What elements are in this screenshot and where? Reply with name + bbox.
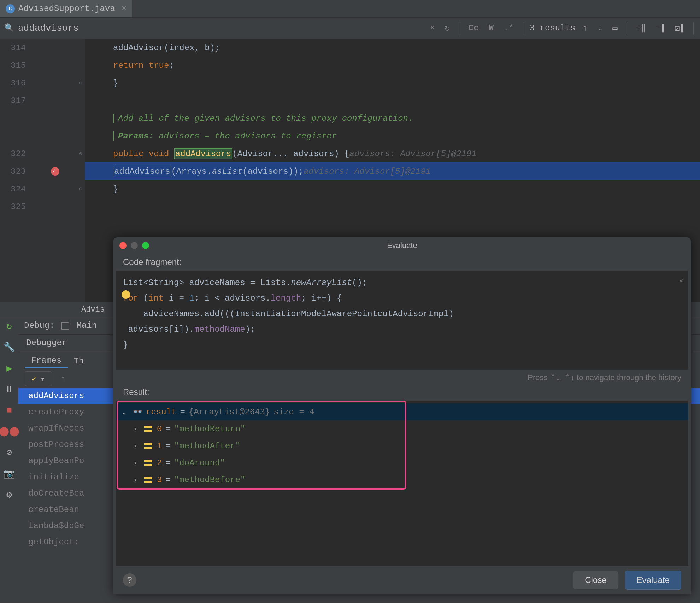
line-number: 315 — [0, 57, 84, 74]
intention-bulb-icon[interactable] — [122, 290, 130, 299]
run-config-name: Main — [76, 321, 97, 330]
evaluate-dialog: Evaluate Code fragment: ↙ List<String> a… — [113, 237, 691, 594]
find-bar: 🔍 × ↻ Cc W .* 3 results ↑ ↓ ▭ +∥ −∥ ☑∥ — [0, 18, 700, 39]
clear-icon[interactable]: × — [427, 23, 437, 33]
fold-marker-icon[interactable]: ⊖ — [79, 185, 82, 193]
pause-icon[interactable]: ⏸ — [5, 384, 14, 395]
search-icon: 🔍 — [4, 23, 14, 33]
javadoc-text: Add all of the given advisors to this pr… — [118, 114, 413, 123]
breakpoint-icon[interactable] — [51, 167, 59, 176]
watch-icon: 👓 — [133, 407, 142, 417]
fold-marker-icon[interactable]: ⊖ — [79, 150, 82, 157]
tab-frames[interactable]: Frames — [25, 354, 68, 368]
window-zoom-icon[interactable] — [142, 242, 149, 249]
code-text: (); — [352, 278, 367, 288]
var-value: "doAround" — [174, 458, 225, 468]
chevron-right-icon[interactable]: › — [134, 476, 141, 483]
inline-hint: advisors: Advisor[5]@2191 — [349, 149, 477, 159]
view-breakpoints-icon[interactable]: ⬤⬤ — [0, 426, 19, 437]
code-text: } — [113, 184, 118, 194]
line-number — [0, 127, 84, 145]
tab-label: AdvisedSupport.java — [18, 4, 115, 13]
stop-icon[interactable]: ■ — [6, 405, 12, 416]
code-text: (advisors)); — [242, 167, 304, 176]
line-number: 323 — [0, 162, 84, 180]
gear-icon[interactable]: ⚙ — [6, 489, 12, 501]
code-text: advisors[i]). — [123, 325, 194, 334]
code-text: asList — [212, 167, 242, 176]
regex-icon[interactable]: .* — [501, 23, 517, 33]
run-config-icon — [61, 322, 69, 330]
chevron-right-icon[interactable]: › — [134, 425, 141, 432]
window-close-icon[interactable] — [119, 242, 127, 249]
chevron-down-icon[interactable]: ⌄ — [122, 408, 129, 416]
prev-frame-icon[interactable]: ↑ — [58, 374, 68, 384]
var-index: 1 — [157, 441, 162, 451]
inline-hint: advisors: Advisor[5]@2191 — [304, 167, 431, 176]
field-icon — [144, 477, 152, 483]
navigate-hint: Press ⌃↓, ⌃↑ to navigate through the his… — [113, 370, 691, 384]
chevron-right-icon[interactable]: › — [134, 459, 141, 466]
code-text: adviceNames.add(((InstantiationModelAwar… — [123, 309, 454, 319]
select-all-icon[interactable]: ▭ — [610, 23, 620, 33]
history-icon[interactable]: ↻ — [442, 23, 452, 33]
fold-marker-icon[interactable]: ⊖ — [79, 79, 82, 87]
var-name: result — [146, 407, 176, 417]
file-tab[interactable]: C AdvisedSupport.java × — [0, 0, 132, 17]
line-number — [0, 110, 84, 127]
tab-close-icon[interactable]: × — [122, 4, 127, 13]
settings-icon[interactable]: 🔧 — [4, 342, 15, 353]
java-class-icon: C — [6, 4, 15, 13]
code-fragment-editor[interactable]: ↙ List<String> adviceNames = Lists.newAr… — [116, 271, 688, 370]
evaluate-button[interactable]: Evaluate — [625, 571, 681, 590]
camera-icon[interactable]: 📷 — [4, 468, 15, 479]
code-text: methodName — [194, 325, 245, 334]
editor-tab-bar: C AdvisedSupport.java × — [0, 0, 700, 18]
method-name: addAdvisors — [174, 148, 232, 159]
mute-breakpoints-icon[interactable]: ⊘ — [6, 447, 12, 458]
select-occurrences-icon[interactable]: ☑∥ — [672, 23, 687, 33]
tree-item[interactable]: › 0 = "methodReturn" — [116, 420, 688, 437]
rerun-icon[interactable]: ↻ — [6, 320, 12, 332]
chevron-right-icon[interactable]: › — [134, 442, 141, 449]
tree-item[interactable]: › 1 = "methodAfter" — [116, 437, 688, 454]
match-case-icon[interactable]: Cc — [466, 23, 482, 33]
window-minimize-icon[interactable] — [131, 242, 138, 249]
tab-threads[interactable]: Th — [73, 356, 84, 366]
keyword: public void — [113, 149, 174, 159]
results-count: 3 results — [530, 23, 576, 33]
method-name: addAdvisors — [113, 166, 171, 177]
tree-root[interactable]: ⌄ 👓 result = {ArrayList@2643} size = 4 — [116, 403, 688, 420]
line-number: 317 — [0, 92, 84, 110]
tree-item[interactable]: › 3 = "methodBefore" — [116, 471, 688, 488]
var-size: size = 4 — [273, 407, 314, 417]
line-number: 324⊖ — [0, 180, 84, 198]
next-match-icon[interactable]: ↓ — [595, 23, 605, 33]
dropdown-icon: ▾ — [40, 374, 45, 384]
result-tree[interactable]: ⌄ 👓 result = {ArrayList@2643} size = 4 ›… — [116, 401, 688, 566]
dialog-title: Evaluate — [387, 241, 417, 250]
javadoc-text: advisors – the advisors to register — [159, 131, 337, 141]
collapse-icon[interactable]: ↙ — [680, 276, 683, 283]
tab-debugger[interactable]: Debugger — [18, 335, 75, 352]
debug-toolbar: ↻ 🔧 ▶ ⏸ ■ ⬤⬤ ⊘ 📷 ⚙ — [0, 317, 18, 603]
dialog-titlebar[interactable]: Evaluate — [113, 237, 691, 254]
close-button[interactable]: Close — [573, 571, 618, 589]
thread-selector[interactable]: ✓ ▾ — [25, 371, 52, 386]
gutter: 314 315 316⊖ 317 322⊖ 323 324⊖ 325 — [0, 39, 85, 302]
code-text: } — [113, 78, 118, 88]
field-icon — [144, 460, 152, 466]
javadoc-key: Params: — [118, 131, 159, 141]
tree-item[interactable]: › 2 = "doAround" — [116, 454, 688, 471]
field-icon — [144, 426, 152, 432]
help-button[interactable]: ? — [123, 573, 136, 587]
code-text: addAdvisor(index, b); — [113, 43, 220, 53]
words-icon[interactable]: W — [486, 23, 496, 33]
add-selection-icon[interactable]: +∥ — [634, 23, 648, 33]
var-value: "methodReturn" — [174, 424, 246, 434]
remove-selection-icon[interactable]: −∥ — [653, 23, 667, 33]
dialog-button-bar: ? Close Evaluate — [113, 566, 691, 594]
prev-match-icon[interactable]: ↑ — [580, 23, 590, 33]
search-input[interactable] — [18, 23, 423, 34]
resume-icon[interactable]: ▶ — [6, 363, 12, 374]
